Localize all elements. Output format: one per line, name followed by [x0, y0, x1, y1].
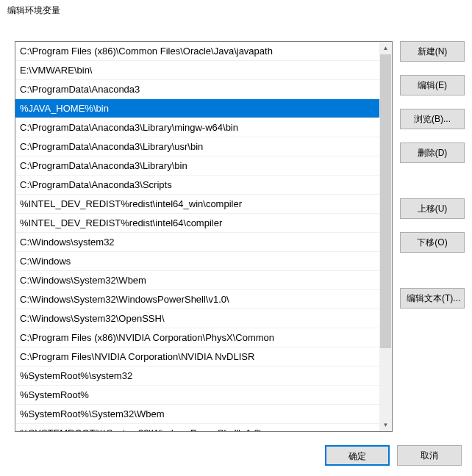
dialog-title: 编辑环境变量: [0, 0, 472, 21]
list-item[interactable]: %SystemRoot%\system32: [15, 367, 379, 386]
list-item[interactable]: C:\Program Files (x86)\NVIDIA Corporatio…: [15, 328, 379, 347]
list-item[interactable]: %SystemRoot%: [15, 386, 379, 405]
edit-button[interactable]: 编辑(E): [400, 75, 465, 95]
list-item[interactable]: C:\Program Files\NVIDIA Corporation\NVID…: [15, 347, 379, 367]
move-down-button[interactable]: 下移(O): [400, 232, 465, 253]
scroll-down-arrow-icon[interactable]: ▼: [379, 419, 392, 431]
list-item[interactable]: C:\Windows\System32\OpenSSH\: [15, 309, 379, 328]
list-item[interactable]: E:\VMWARE\bin\: [15, 61, 379, 80]
list-item[interactable]: %SYSTEMROOT%\System32\WindowsPowerShell\…: [15, 424, 379, 431]
env-var-edit-dialog: 编辑环境变量 C:\Program Files (x86)\Common Fil…: [0, 0, 472, 476]
list-item[interactable]: C:\Windows\system32: [15, 233, 379, 252]
delete-button[interactable]: 删除(D): [400, 143, 465, 163]
list-item[interactable]: C:\Windows\System32\WindowsPowerShell\v1…: [15, 290, 379, 309]
scroll-up-arrow-icon[interactable]: ▲: [379, 42, 392, 54]
ok-button[interactable]: 确定: [325, 445, 390, 466]
scrollbar[interactable]: ▲ ▼: [379, 42, 392, 431]
list-item[interactable]: C:\ProgramData\Anaconda3\Library\mingw-w…: [15, 118, 379, 137]
list-item[interactable]: %INTEL_DEV_REDIST%redist\intel64_win\com…: [15, 195, 379, 214]
list-item[interactable]: %JAVA_HOME%\bin: [15, 99, 379, 118]
list-item[interactable]: C:\Windows: [15, 252, 379, 271]
new-button[interactable]: 新建(N): [400, 41, 465, 62]
move-up-button[interactable]: 上移(U): [400, 198, 465, 219]
list-item[interactable]: C:\ProgramData\Anaconda3\Library\bin: [15, 156, 379, 176]
scrollbar-thumb[interactable]: [380, 54, 391, 348]
content-area: C:\Program Files (x86)\Common Files\Orac…: [15, 41, 465, 432]
list-items-container: C:\Program Files (x86)\Common Files\Orac…: [15, 42, 379, 431]
list-item[interactable]: %SystemRoot%\System32\Wbem: [15, 405, 379, 424]
edit-text-button[interactable]: 编辑文本(T)...: [400, 288, 465, 309]
list-item[interactable]: C:\Windows\System32\Wbem: [15, 271, 379, 290]
list-item[interactable]: C:\ProgramData\Anaconda3\Scripts: [15, 176, 379, 195]
browse-button[interactable]: 浏览(B)...: [400, 109, 465, 129]
path-listbox[interactable]: C:\Program Files (x86)\Common Files\Orac…: [15, 41, 393, 432]
cancel-button[interactable]: 取消: [397, 445, 462, 466]
list-item[interactable]: C:\ProgramData\Anaconda3: [15, 80, 379, 99]
list-item[interactable]: C:\ProgramData\Anaconda3\Library\usr\bin: [15, 137, 379, 156]
list-item[interactable]: C:\Program Files (x86)\Common Files\Orac…: [15, 42, 379, 61]
list-item[interactable]: %INTEL_DEV_REDIST%redist\intel64\compile…: [15, 214, 379, 233]
side-button-panel: 新建(N) 编辑(E) 浏览(B)... 删除(D) 上移(U) 下移(O) 编…: [400, 41, 465, 432]
bottom-button-panel: 确定 取消: [325, 445, 462, 466]
